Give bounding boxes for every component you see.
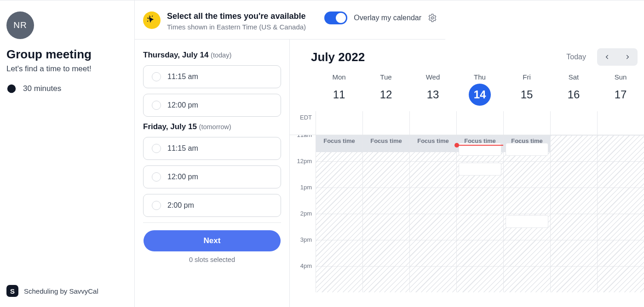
calendar-cell[interactable] xyxy=(409,161,456,188)
calendar-cell[interactable] xyxy=(362,266,409,292)
hour-label: 2pm xyxy=(290,210,316,236)
calendar-cell[interactable] xyxy=(362,161,409,188)
focus-time-block: Focus time xyxy=(410,136,456,152)
time-slot-list: Thursday, July 14 (today)11:15 am12:00 p… xyxy=(135,40,290,307)
slot-radio[interactable] xyxy=(152,101,161,110)
event-description: Let's find a time to meet! xyxy=(6,64,125,74)
brand-footer[interactable]: S Scheduling by SavvyCal xyxy=(6,285,125,297)
prev-week-button[interactable] xyxy=(597,48,617,66)
slot-radio[interactable] xyxy=(152,72,161,81)
calendar-cell[interactable]: Focus time xyxy=(409,135,456,161)
overlay-toggle[interactable] xyxy=(324,11,347,24)
slot-label: 2:00 pm xyxy=(167,201,194,210)
calendar-cell[interactable] xyxy=(550,188,597,214)
calendar-cell[interactable] xyxy=(409,188,456,214)
slot-label: 11:15 am xyxy=(167,144,198,153)
weekday-column[interactable]: Fri15 xyxy=(503,73,550,106)
gear-icon[interactable] xyxy=(428,13,437,23)
time-slot[interactable]: 12:00 pm xyxy=(143,165,281,188)
hero-subtitle: Times shown in Eastern Time (US & Canada… xyxy=(167,23,306,31)
now-indicator xyxy=(457,145,503,146)
calendar-cell[interactable] xyxy=(316,161,362,188)
svg-point-0 xyxy=(431,17,434,19)
calendar-cell[interactable] xyxy=(597,214,644,240)
slot-radio[interactable] xyxy=(152,144,161,153)
calendar-cell[interactable] xyxy=(550,214,597,240)
weekday-column[interactable]: Thu14 xyxy=(456,73,503,106)
calendar-cell[interactable] xyxy=(456,161,503,188)
calendar-cell[interactable] xyxy=(597,266,644,292)
hour-label: 12pm xyxy=(290,158,316,184)
slot-radio[interactable] xyxy=(152,172,161,182)
calendar-cell[interactable] xyxy=(597,188,644,214)
calendar-cell[interactable] xyxy=(456,266,503,292)
calendar-panel: July 2022 Today Mon11Tue12Wed13Thu14Fri1… xyxy=(290,0,644,307)
calendar-cell[interactable] xyxy=(316,266,362,292)
calendar-cell[interactable] xyxy=(362,214,409,240)
calendar-cell[interactable] xyxy=(316,240,362,266)
avatar: NR xyxy=(6,11,34,39)
calendar-cell[interactable] xyxy=(409,240,456,266)
timezone-label: EDT xyxy=(290,111,316,135)
calendar-cell[interactable] xyxy=(362,188,409,214)
today-button[interactable]: Today xyxy=(564,52,589,62)
next-week-button[interactable] xyxy=(617,48,638,66)
weekday-column[interactable]: Sat16 xyxy=(550,73,597,106)
calendar-cell[interactable]: Focus time xyxy=(503,135,550,161)
weekday-column[interactable]: Sun17 xyxy=(597,73,644,106)
focus-time-block: Focus time xyxy=(363,136,409,152)
selected-count: 0 slots selected xyxy=(143,256,281,263)
calendar-cell[interactable] xyxy=(503,214,550,240)
hour-label: 3pm xyxy=(290,236,316,262)
calendar-cell[interactable] xyxy=(362,240,409,266)
open-slot[interactable] xyxy=(459,163,501,176)
calendar-cell[interactable] xyxy=(456,214,503,240)
slot-label: 12:00 pm xyxy=(167,101,198,109)
calendar-cell[interactable] xyxy=(550,266,597,292)
hero-title: Select all the times you're available xyxy=(167,11,306,21)
slot-radio[interactable] xyxy=(152,201,161,210)
overlay-toggle-label: Overlay my calendar xyxy=(354,14,421,22)
time-slot[interactable]: 11:15 am xyxy=(143,65,281,88)
calendar-cell[interactable] xyxy=(409,214,456,240)
brand-label: Scheduling by SavvyCal xyxy=(24,287,98,295)
calendar-cell[interactable] xyxy=(503,240,550,266)
calendar-cell[interactable] xyxy=(503,161,550,188)
weekday-column[interactable]: Mon11 xyxy=(316,73,362,106)
summary-panel: NR Group meeting Let's find a time to me… xyxy=(0,0,134,307)
calendar-cell[interactable] xyxy=(316,188,362,214)
calendar-cell[interactable] xyxy=(503,188,550,214)
calendar-cell[interactable] xyxy=(316,214,362,240)
calendar-month: July 2022 xyxy=(311,50,365,64)
hero-bar: Select all the times you're available Ti… xyxy=(135,0,445,40)
time-slot[interactable]: 2:00 pm xyxy=(143,194,281,217)
duration-label: 30 minutes xyxy=(23,84,61,93)
time-slot[interactable]: 11:15 am xyxy=(143,137,281,160)
calendar-cell[interactable] xyxy=(597,240,644,266)
brand-icon: S xyxy=(6,285,18,297)
calendar-cell[interactable]: Focus time xyxy=(456,135,503,161)
calendar-cell[interactable] xyxy=(456,240,503,266)
next-button[interactable]: Next xyxy=(144,230,281,251)
calendar-cell[interactable] xyxy=(503,266,550,292)
calendar-cell[interactable]: Focus time xyxy=(316,135,362,161)
slot-label: 11:15 am xyxy=(167,73,198,81)
click-icon xyxy=(143,11,161,29)
calendar-cell[interactable] xyxy=(409,266,456,292)
calendar-cell[interactable] xyxy=(456,188,503,214)
calendar-cell[interactable] xyxy=(597,135,644,161)
open-slot[interactable] xyxy=(506,143,548,156)
time-slot[interactable]: 12:00 pm xyxy=(143,94,281,117)
calendar-cell[interactable] xyxy=(597,161,644,188)
clock-icon xyxy=(6,84,17,94)
weekday-column[interactable]: Wed13 xyxy=(409,73,456,106)
slot-day-heading: Friday, July 15 (tomorrow) xyxy=(143,122,281,131)
hour-label: 1pm xyxy=(290,184,316,210)
open-slot[interactable] xyxy=(506,215,548,228)
calendar-cell[interactable] xyxy=(550,161,597,188)
calendar-cell[interactable]: Focus time xyxy=(362,135,409,161)
calendar-cell[interactable] xyxy=(550,135,597,161)
slot-label: 12:00 pm xyxy=(167,173,198,181)
calendar-cell[interactable] xyxy=(550,240,597,266)
weekday-column[interactable]: Tue12 xyxy=(362,73,409,106)
